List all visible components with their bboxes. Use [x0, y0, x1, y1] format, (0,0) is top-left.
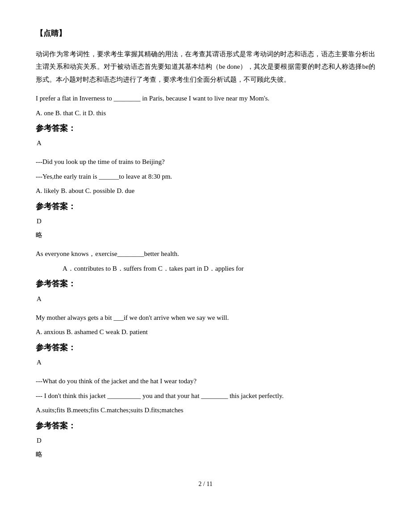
question-4-answer-value: A — [37, 137, 375, 149]
question-4-answer-label: 参考答案： — [36, 121, 375, 135]
question-4-text: I prefer a flat in Inverness to ________… — [36, 92, 375, 105]
question-6: As everyone knows，exercise________better… — [36, 247, 375, 305]
question-7-answer-value: A — [37, 356, 375, 369]
question-6-answer-label: 参考答案： — [36, 276, 375, 291]
question-8-text: ---What do you think of the jacket and t… — [36, 375, 375, 388]
question-4-options: A. one B. that C. it D. this — [36, 107, 375, 120]
question-6-options: A．contributes to B．suffers from C．takes … — [36, 262, 375, 275]
question-5-answer-label: 参考答案： — [36, 199, 375, 214]
section-title: 【点睛】 — [36, 27, 375, 41]
intro-paragraph: 动词作为常考词性，要求考生掌握其精确的用法，在考查其谓语形式是常考动词的时态和语… — [36, 48, 375, 86]
question-7-options: A. anxious B. ashamed C weak D. patient — [36, 326, 375, 339]
question-5-text: ---Did you look up the time of trains to… — [36, 155, 375, 168]
question-8-subtext: --- I don't think this jacket __________… — [36, 390, 375, 402]
question-8-note: 略 — [36, 448, 375, 461]
question-8-options: A.suits;fits B.meets;fits C.matches;suit… — [36, 404, 375, 417]
question-5: ---Did you look up the time of trains to… — [36, 155, 375, 241]
question-5-options: A. likely B. about C. possible D. due — [36, 184, 375, 197]
page-footer: 2 / 11 — [36, 478, 375, 490]
question-6-text: As everyone knows，exercise________better… — [36, 247, 375, 260]
question-7-answer-label: 参考答案： — [36, 340, 375, 355]
question-8-answer-label: 参考答案： — [36, 419, 375, 433]
question-5-answer-value: D — [37, 215, 375, 227]
question-4: I prefer a flat in Inverness to ________… — [36, 92, 375, 149]
question-6-answer-value: A — [37, 293, 375, 305]
question-7-text: My mother always gets a bit ___if we don… — [36, 311, 375, 324]
question-8: ---What do you think of the jacket and t… — [36, 375, 375, 461]
question-5-note: 略 — [36, 229, 375, 241]
question-7: My mother always gets a bit ___if we don… — [36, 311, 375, 369]
question-5-subtext: ---Yes,the early train is ______to leave… — [36, 170, 375, 183]
question-8-answer-value: D — [37, 435, 375, 447]
